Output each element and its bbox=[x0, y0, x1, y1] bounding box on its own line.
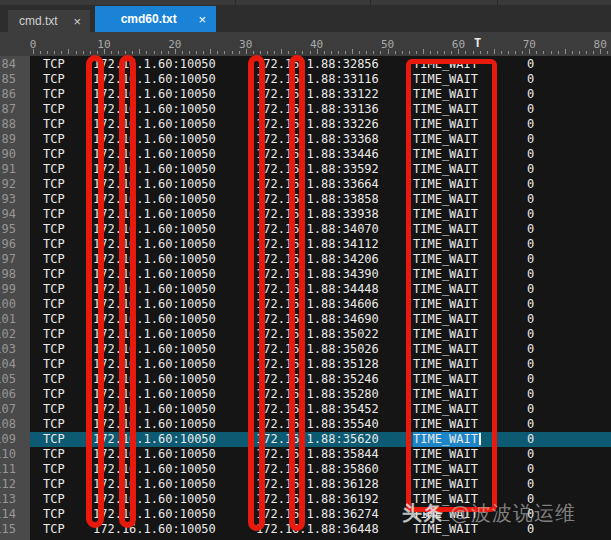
table-row[interactable]: 95TCP172.16.1.60:10050172.16.1.88:34070T… bbox=[0, 222, 611, 237]
line-number[interactable]: 84 bbox=[0, 57, 16, 72]
table-row[interactable]: 101TCP172.16.1.60:10050172.16.1.88:34690… bbox=[0, 312, 611, 327]
table-row[interactable]: 91TCP172.16.1.60:10050172.16.1.88:33592T… bbox=[0, 162, 611, 177]
line-number[interactable]: 95 bbox=[0, 222, 16, 237]
table-row[interactable]: 106TCP172.16.1.60:10050172.16.1.88:35280… bbox=[0, 387, 611, 402]
line-number[interactable]: 106 bbox=[0, 387, 16, 402]
remote-address-cell: 172.16.1.88:33446 bbox=[256, 147, 379, 162]
line-number[interactable]: 109 bbox=[0, 432, 16, 447]
table-row[interactable]: 90TCP172.16.1.60:10050172.16.1.88:33446T… bbox=[0, 147, 611, 162]
table-row[interactable]: 87TCP172.16.1.60:10050172.16.1.88:33136T… bbox=[0, 102, 611, 117]
table-row[interactable]: 109TCP172.16.1.60:10050172.16.1.88:35620… bbox=[0, 432, 611, 447]
ruler-tick bbox=[125, 51, 126, 54]
queue-cell: 0 bbox=[527, 372, 534, 387]
tab-cmd-txt[interactable]: cmd.txt × bbox=[8, 10, 90, 32]
line-number[interactable]: 105 bbox=[0, 372, 16, 387]
table-row[interactable]: 111TCP172.16.1.60:10050172.16.1.88:35860… bbox=[0, 462, 611, 477]
line-number[interactable]: 86 bbox=[0, 87, 16, 102]
line-number[interactable]: 90 bbox=[0, 147, 16, 162]
table-row[interactable]: 89TCP172.16.1.60:10050172.16.1.88:33368T… bbox=[0, 132, 611, 147]
line-number[interactable]: 110 bbox=[0, 447, 16, 462]
ruler-tick bbox=[409, 51, 410, 54]
table-row[interactable]: 99TCP172.16.1.60:10050172.16.1.88:34448T… bbox=[0, 282, 611, 297]
line-number[interactable]: 100 bbox=[0, 297, 16, 312]
protocol-cell: TCP bbox=[43, 417, 65, 432]
local-address-cell: 172.16.1.60:10050 bbox=[93, 522, 216, 537]
table-row[interactable]: 104TCP172.16.1.60:10050172.16.1.88:35128… bbox=[0, 357, 611, 372]
line-number[interactable]: 92 bbox=[0, 177, 16, 192]
line-number[interactable]: 108 bbox=[0, 417, 16, 432]
table-row[interactable]: 92TCP172.16.1.60:10050172.16.1.88:33664T… bbox=[0, 177, 611, 192]
line-number[interactable]: 89 bbox=[0, 132, 16, 147]
ruler-tick bbox=[154, 51, 155, 54]
protocol-cell: TCP bbox=[43, 402, 65, 417]
state-cell: TIME_WAIT bbox=[413, 147, 478, 162]
queue-cell: 0 bbox=[527, 417, 534, 432]
ruler-tick bbox=[196, 51, 197, 54]
tab-cmd60-txt[interactable]: cmd60.txt × bbox=[95, 6, 216, 32]
ruler-tick bbox=[465, 51, 466, 54]
line-number[interactable]: 101 bbox=[0, 312, 16, 327]
close-icon[interactable]: × bbox=[198, 12, 206, 27]
table-row[interactable]: 85TCP172.16.1.60:10050172.16.1.88:33116T… bbox=[0, 72, 611, 87]
line-number[interactable]: 113 bbox=[0, 492, 16, 507]
table-row[interactable]: 86TCP172.16.1.60:10050172.16.1.88:33122T… bbox=[0, 87, 611, 102]
line-number[interactable]: 85 bbox=[0, 72, 16, 87]
protocol-cell: TCP bbox=[43, 192, 65, 207]
text-editor-content[interactable]: 84TCP172.16.1.60:10050172.16.1.88:32856T… bbox=[0, 57, 611, 537]
line-number[interactable]: 87 bbox=[0, 102, 16, 117]
line-number[interactable]: 91 bbox=[0, 162, 16, 177]
line-number[interactable]: 114 bbox=[0, 507, 16, 522]
table-row[interactable]: 107TCP172.16.1.60:10050172.16.1.88:35452… bbox=[0, 402, 611, 417]
table-row[interactable]: 110TCP172.16.1.60:10050172.16.1.88:35844… bbox=[0, 447, 611, 462]
close-icon[interactable]: × bbox=[73, 14, 81, 29]
state-cell: TIME_WAIT bbox=[413, 132, 478, 147]
table-row[interactable]: 88TCP172.16.1.60:10050172.16.1.88:33226T… bbox=[0, 117, 611, 132]
table-row[interactable]: 97TCP172.16.1.60:10050172.16.1.88:34206T… bbox=[0, 252, 611, 267]
ruler-tick bbox=[146, 51, 147, 54]
ruler-tick bbox=[97, 51, 98, 54]
line-number[interactable]: 99 bbox=[0, 282, 16, 297]
line-number[interactable]: 112 bbox=[0, 477, 16, 492]
table-row[interactable]: 96TCP172.16.1.60:10050172.16.1.88:34112T… bbox=[0, 237, 611, 252]
queue-cell: 0 bbox=[527, 462, 534, 477]
table-row[interactable]: 102TCP172.16.1.60:10050172.16.1.88:35022… bbox=[0, 327, 611, 342]
queue-cell: 0 bbox=[527, 72, 534, 87]
table-row[interactable]: 103TCP172.16.1.60:10050172.16.1.88:35026… bbox=[0, 342, 611, 357]
ruler-tick bbox=[253, 51, 254, 54]
ruler-tick bbox=[565, 49, 566, 54]
line-number[interactable]: 98 bbox=[0, 267, 16, 282]
line-number[interactable]: 94 bbox=[0, 207, 16, 222]
table-row[interactable]: 94TCP172.16.1.60:10050172.16.1.88:33938T… bbox=[0, 207, 611, 222]
line-number[interactable]: 97 bbox=[0, 252, 16, 267]
local-address-cell: 172.16.1.60:10050 bbox=[93, 102, 216, 117]
state-cell: TIME_WAIT bbox=[413, 462, 478, 477]
line-number[interactable]: 102 bbox=[0, 327, 16, 342]
remote-address-cell: 172.16.1.88:33368 bbox=[256, 132, 379, 147]
table-row[interactable]: 93TCP172.16.1.60:10050172.16.1.88:33858T… bbox=[0, 192, 611, 207]
remote-address-cell: 172.16.1.88:35620 bbox=[256, 432, 379, 447]
table-row[interactable]: 84TCP172.16.1.60:10050172.16.1.88:32856T… bbox=[0, 57, 611, 72]
ruler-tick bbox=[536, 51, 537, 54]
table-row[interactable]: 98TCP172.16.1.60:10050172.16.1.88:34390T… bbox=[0, 267, 611, 282]
table-row[interactable]: 108TCP172.16.1.60:10050172.16.1.88:35540… bbox=[0, 417, 611, 432]
line-number[interactable]: 104 bbox=[0, 357, 16, 372]
table-row[interactable]: 105TCP172.16.1.60:10050172.16.1.88:35246… bbox=[0, 372, 611, 387]
remote-address-cell: 172.16.1.88:36274 bbox=[256, 507, 379, 522]
line-number[interactable]: 115 bbox=[0, 522, 16, 537]
queue-cell: 0 bbox=[527, 297, 534, 312]
ruler-tick bbox=[260, 51, 261, 54]
line-number[interactable]: 103 bbox=[0, 342, 16, 357]
line-number[interactable]: 107 bbox=[0, 402, 16, 417]
table-row[interactable]: 100TCP172.16.1.60:10050172.16.1.88:34606… bbox=[0, 297, 611, 312]
state-cell: TIME_WAIT bbox=[413, 282, 478, 297]
ruler-number: 10 bbox=[97, 38, 110, 51]
line-number[interactable]: 88 bbox=[0, 117, 16, 132]
ruler-tick bbox=[310, 51, 311, 54]
state-cell: TIME_WAIT bbox=[413, 387, 478, 402]
line-number[interactable]: 96 bbox=[0, 237, 16, 252]
table-row[interactable]: 112TCP172.16.1.60:10050172.16.1.88:36128… bbox=[0, 477, 611, 492]
line-number[interactable]: 93 bbox=[0, 192, 16, 207]
line-number[interactable]: 111 bbox=[0, 462, 16, 477]
protocol-cell: TCP bbox=[43, 57, 65, 72]
remote-address-cell: 172.16.1.88:35280 bbox=[256, 387, 379, 402]
